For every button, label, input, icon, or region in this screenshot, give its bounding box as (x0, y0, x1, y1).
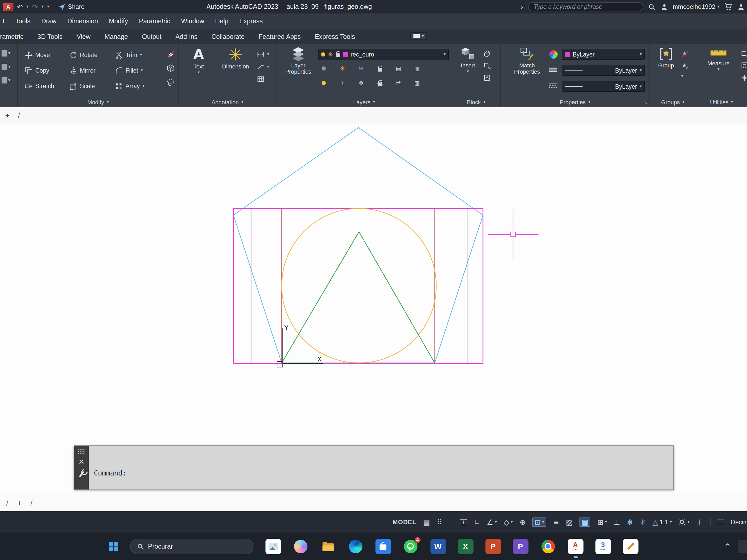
pencil-app-icon[interactable] (623, 538, 638, 554)
layer-properties-button[interactable]: Layer Properties (280, 47, 317, 75)
pentagon[interactable] (233, 128, 483, 363)
command-window[interactable]: × Command: Command: _.erase 1 found Comm… (74, 446, 674, 490)
tab-add-ins[interactable]: Add-ins (175, 33, 197, 40)
ortho-mode-icon[interactable]: ∟ (474, 518, 480, 526)
autocad-taskbar-icon[interactable]: A CAD (568, 538, 583, 554)
layer-unlock-tool-icon[interactable] (375, 78, 384, 88)
annotation-visibility-icon[interactable]: ✱ (627, 518, 633, 526)
dynamic-ucs-icon[interactable]: ⊥ (614, 518, 620, 526)
layer-unisolate-icon[interactable]: ☀ (338, 78, 347, 88)
leader-button[interactable]: ▾ (257, 63, 269, 71)
modify-panel-label[interactable]: Modify ▾ (18, 99, 178, 105)
menu-item-parametric[interactable]: Parametric (139, 18, 170, 25)
text-button[interactable]: A Text ▾ (184, 47, 213, 75)
annotation-autoscale-icon[interactable]: ✳ (640, 518, 646, 526)
linetype-dropdown[interactable]: ByLayer ▾ (562, 81, 645, 92)
fillet-button[interactable]: Fillet ▾ (115, 66, 169, 74)
drawing-area[interactable]: XY (0, 124, 747, 494)
block-panel-label[interactable]: Block ▾ (452, 99, 500, 105)
menu-item-modify[interactable]: Modify (109, 18, 128, 25)
golden-rectangle[interactable] (233, 209, 483, 364)
draw-tool-icon[interactable]: ▾ (2, 77, 10, 83)
object-snap-tracking-icon[interactable]: ⊕ (519, 518, 525, 526)
layer-match-icon[interactable]: ▥ (412, 64, 422, 73)
move-button[interactable]: Move (25, 51, 70, 59)
selection-cycling-icon[interactable]: ▣ (579, 517, 590, 527)
model-space-toggle[interactable]: MODEL (393, 518, 416, 526)
copy-button[interactable]: Copy (25, 66, 70, 74)
help-search-input[interactable] (528, 2, 643, 11)
profile-icon[interactable] (737, 3, 745, 10)
scale-button[interactable]: Scale (70, 82, 115, 90)
customization-icon[interactable] (717, 519, 724, 525)
share-button[interactable]: Share (58, 3, 84, 10)
transparency-icon[interactable]: ▨ (566, 518, 573, 526)
lasso-icon[interactable] (166, 78, 175, 87)
menu-item-window[interactable]: Window (181, 18, 204, 25)
dimension-button[interactable]: Dimension (215, 47, 256, 70)
lineweight-display-icon[interactable]: ≡ (553, 518, 559, 526)
menu-item-cut[interactable]: t (3, 18, 4, 25)
trim-button[interactable]: Trim ▾ (115, 51, 169, 59)
array-caret-icon[interactable]: ▾ (143, 84, 145, 88)
isodraft-icon[interactable]: ◇▾ (504, 518, 513, 526)
manage-attributes-icon[interactable] (484, 74, 491, 81)
undo-icon[interactable]: ↶ (17, 3, 23, 10)
groups-panel-label[interactable]: Groups ▾ (650, 99, 696, 105)
menu-item-tools[interactable]: Tools (15, 18, 30, 25)
menu-item-express[interactable]: Express (239, 18, 263, 25)
group-edit-icon[interactable] (681, 62, 688, 70)
grid-display-icon[interactable]: ▦ (423, 518, 430, 526)
layer-make-current-icon[interactable]: ▤ (394, 64, 403, 73)
write-block-icon[interactable] (484, 62, 491, 70)
command-drag-grip[interactable] (78, 449, 85, 454)
layer-freeze-icon[interactable]: ❄ (356, 64, 366, 73)
photos-app-icon[interactable] (265, 538, 281, 554)
word-icon[interactable]: W (430, 538, 446, 554)
undo-caret-icon[interactable]: ▾ (26, 5, 28, 9)
quick-calculator-icon[interactable] (741, 62, 747, 70)
tab-featured-apps[interactable]: Featured Apps (259, 33, 301, 40)
stretch-button[interactable]: Stretch (25, 82, 70, 90)
groups-more-caret-icon[interactable]: ▾ (681, 74, 683, 78)
redo-caret-icon[interactable]: ▾ (42, 5, 44, 9)
app-store-cart-icon[interactable] (724, 3, 732, 11)
trim-caret-icon[interactable]: ▾ (140, 53, 142, 57)
match-properties-button[interactable]: Match Properties (510, 47, 544, 75)
ungroup-icon[interactable] (681, 50, 688, 58)
insert-button[interactable]: Insert ▾ (457, 47, 479, 74)
mirror-button[interactable]: Mirror (70, 66, 115, 74)
file-explorer-icon[interactable] (320, 538, 336, 554)
redo-icon[interactable]: ↷ (32, 3, 38, 10)
search-icon[interactable] (648, 3, 656, 10)
utilities-panel-label[interactable]: Utilities ▾ (696, 99, 747, 105)
draw-tool-icon[interactable]: ▾ (2, 50, 10, 56)
autocad-app-icon[interactable]: A (3, 3, 14, 11)
hidden-icons-chevron[interactable]: ^ (725, 543, 730, 550)
annotation-scale-button[interactable]: △ 1:1 ▾ (652, 518, 672, 526)
dynamic-input-icon[interactable]: + (460, 519, 467, 525)
chrome-icon[interactable] (540, 538, 556, 554)
group-button[interactable]: Group (654, 47, 678, 69)
ribbon-display-toggle[interactable]: ▾ (410, 32, 427, 40)
command-close-icon[interactable]: × (78, 458, 84, 465)
powerpoint-icon[interactable]: P (485, 538, 501, 554)
tab-express-tools[interactable]: Express Tools (315, 33, 355, 40)
annotation-panel-label[interactable]: Annotation ▾ (179, 99, 276, 105)
snap-mode-icon[interactable]: ⠿ (437, 518, 442, 526)
tray-display-icon[interactable] (738, 539, 747, 553)
tab-collaborate[interactable]: Collaborate (211, 33, 244, 40)
explode-icon[interactable] (166, 64, 175, 73)
color-wheel-icon[interactable] (549, 50, 558, 59)
qat-customize-icon[interactable]: ▾ (47, 5, 49, 9)
signed-in-user[interactable]: mmcoelho1992 ▾ (673, 3, 720, 10)
units-label[interactable]: Decimal (731, 518, 747, 526)
layer-dropdown[interactable]: ☀ rec_ouro ▾ (318, 49, 449, 60)
status-add-icon[interactable]: + (696, 518, 703, 526)
polar-tracking-icon[interactable]: ∠▾ (487, 518, 497, 526)
new-layout-button[interactable]: + (17, 498, 22, 507)
workspace-switching-icon[interactable]: ▾ (678, 518, 689, 526)
whatsapp-icon[interactable]: 4 (403, 538, 418, 554)
erase-icon[interactable] (166, 50, 175, 59)
layer-walk-icon[interactable]: ▥ (412, 78, 422, 88)
